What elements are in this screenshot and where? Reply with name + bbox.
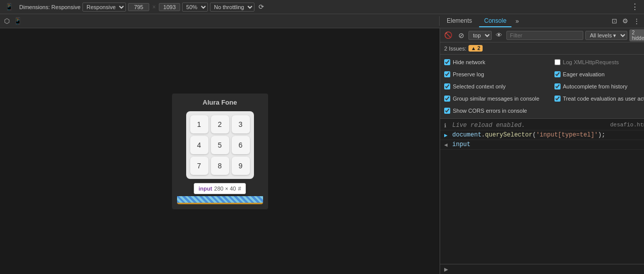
devtools-right: Elements Console » ⊡ ⚙ ⋮: [440, 15, 644, 27]
console-settings-panel: Hide network Log XMLHttpRequests Preserv…: [440, 55, 644, 119]
dock-btn[interactable]: ⊡: [610, 16, 619, 26]
text-paren-open: (: [532, 131, 536, 139]
label-preserve-log: Preserve log: [453, 71, 484, 77]
setting-eager-eval: Eager evaluation: [554, 69, 644, 80]
device-toggle-btn[interactable]: 📱: [3, 2, 15, 12]
console-panel: 🚫 ⊘ top 👁 All levels ▾ 2 hidden ⚙ 2 Issu…: [440, 28, 644, 274]
devtools-actions: ⊡ ⚙ ⋮: [610, 16, 642, 26]
setting-autocomplete: Autocomplete from history: [554, 81, 644, 92]
console-toolbar: 🚫 ⊘ top 👁 All levels ▾ 2 hidden ⚙: [440, 28, 644, 42]
setting-group-similar: Group similar messages in console: [444, 93, 550, 104]
checkbox-show-cors[interactable]: [444, 108, 450, 114]
queryselector-text: document.querySelector('input[type=tel]'…: [452, 131, 644, 139]
responsive-btn[interactable]: 📱: [12, 16, 24, 26]
label-show-cors: Show CORS errors in console: [453, 108, 527, 114]
livereload-link[interactable]: desafio.html:56: [610, 122, 644, 128]
setting-hide-network: Hide network: [444, 57, 550, 68]
text-queryselector: querySelector: [485, 131, 533, 139]
text-dot: .: [482, 131, 485, 139]
inspect-btn[interactable]: ⬡: [2, 16, 12, 26]
text-paren-close: );: [598, 131, 605, 139]
label-eager-eval: Eager evaluation: [563, 71, 605, 77]
setting-preserve-log: Preserve log: [444, 69, 550, 80]
toolbar-more-btn[interactable]: ⋮: [629, 1, 641, 13]
label-log-xml: Log XMLHttpRequests: [563, 59, 619, 65]
key-1[interactable]: 1: [190, 115, 208, 133]
more-actions-btn[interactable]: ⋮: [631, 16, 642, 26]
setting-selected-context: Selected context only: [444, 81, 550, 92]
phone-preview: Alura Fone 1 2 3 4 5 6 7 8 9 input 280 ×…: [172, 94, 268, 209]
context-select[interactable]: top: [468, 31, 492, 40]
rotate-btn[interactable]: ⟳: [256, 2, 266, 12]
tab-console[interactable]: Console: [479, 15, 511, 27]
devtools-tabs-row: ⬡ 📱 Elements Console » ⊡ ⚙ ⋮: [0, 14, 644, 28]
label-selected-context: Selected context only: [453, 83, 506, 89]
width-input[interactable]: [128, 3, 149, 11]
key-2[interactable]: 2: [211, 115, 229, 133]
checkbox-selected-context[interactable]: [444, 83, 450, 89]
console-input-row: ▶: [440, 264, 644, 274]
console-msg-livereload: ℹ Live reload enabled. desafio.html:56: [440, 121, 644, 130]
main-content: Alura Fone 1 2 3 4 5 6 7 8 9 input 280 ×…: [0, 28, 644, 274]
checkbox-eager-eval[interactable]: [554, 71, 561, 77]
levels-select[interactable]: All levels ▾: [585, 31, 627, 40]
checkbox-preserve-log[interactable]: [444, 71, 450, 77]
console-prompt: ▶: [444, 265, 448, 273]
keypad: 1 2 3 4 5 6 7 8 9: [186, 111, 254, 179]
checkbox-treat-code[interactable]: [554, 96, 561, 102]
arrow-info: ℹ: [444, 122, 450, 129]
viewport-panel: Alura Fone 1 2 3 4 5 6 7 8 9 input 280 ×…: [0, 28, 440, 274]
console-output: ℹ Live reload enabled. desafio.html:56 ▶…: [440, 119, 644, 264]
no-entry-btn[interactable]: ⊘: [456, 30, 466, 40]
label-treat-code: Treat code evaluation as user action: [563, 96, 644, 102]
console-clear-btn[interactable]: 🚫: [442, 30, 454, 40]
label-hide-network: Hide network: [453, 59, 485, 65]
setting-show-cors: Show CORS errors in console: [444, 105, 550, 116]
issues-badge: ▲ 2: [468, 45, 483, 52]
input-tooltip: input 280 × 40 #: [194, 183, 245, 194]
key-7[interactable]: 7: [190, 157, 208, 175]
input-size-label: 280 × 40: [214, 186, 236, 192]
input-bar-area: [177, 196, 263, 204]
tab-more-btn[interactable]: »: [513, 16, 521, 27]
dimension-separator: ×: [152, 4, 156, 11]
setting-log-xml: Log XMLHttpRequests: [554, 57, 644, 68]
top-toolbar: 📱 Dimensions: Responsive Responsive × 50…: [0, 0, 644, 14]
console-input-field[interactable]: [450, 266, 644, 273]
height-input[interactable]: [159, 3, 180, 11]
key-6[interactable]: 6: [232, 136, 250, 154]
devtools-left: ⬡ 📱: [0, 16, 440, 26]
text-document: document: [452, 131, 482, 139]
checkbox-autocomplete[interactable]: [554, 83, 561, 89]
hidden-badge: 2 hidden: [629, 29, 644, 41]
phone-title: Alura Fone: [203, 99, 237, 106]
checkbox-group-similar[interactable]: [444, 96, 450, 102]
arrow-input: ▶: [444, 132, 450, 139]
filter-input[interactable]: [506, 31, 583, 40]
label-group-similar: Group similar messages in console: [453, 96, 539, 102]
console-msg-output: ◀ input: [440, 140, 644, 150]
throttle-select[interactable]: No throttling: [210, 3, 254, 12]
arrow-output: ◀: [444, 142, 450, 148]
input-tag-label: input: [198, 186, 212, 192]
eye-btn[interactable]: 👁: [494, 30, 504, 40]
dimensions-label: Dimensions: Responsive: [19, 4, 80, 10]
key-4[interactable]: 4: [190, 136, 208, 154]
key-5[interactable]: 5: [211, 136, 229, 154]
key-8[interactable]: 8: [211, 157, 229, 175]
dimensions-select[interactable]: Responsive: [82, 3, 126, 12]
tab-elements[interactable]: Elements: [442, 15, 477, 27]
issues-row: 2 Issues: ▲ 2: [440, 42, 644, 55]
checkbox-hide-network[interactable]: [444, 59, 450, 65]
issues-prefix-label: 2 Issues:: [444, 45, 466, 52]
settings-btn-header[interactable]: ⚙: [620, 16, 630, 26]
console-msg-input: ▶ document.querySelector('input[type=tel…: [440, 130, 644, 140]
checkbox-log-xml[interactable]: [554, 59, 561, 65]
zoom-select[interactable]: 50%: [182, 3, 208, 12]
key-9[interactable]: 9: [232, 157, 250, 175]
key-3[interactable]: 3: [232, 115, 250, 133]
label-autocomplete: Autocomplete from history: [563, 83, 628, 89]
output-result-text: input: [452, 141, 644, 148]
livereload-text: Live reload enabled.: [452, 122, 608, 129]
text-selector-string: 'input[type=tel]': [536, 131, 598, 139]
